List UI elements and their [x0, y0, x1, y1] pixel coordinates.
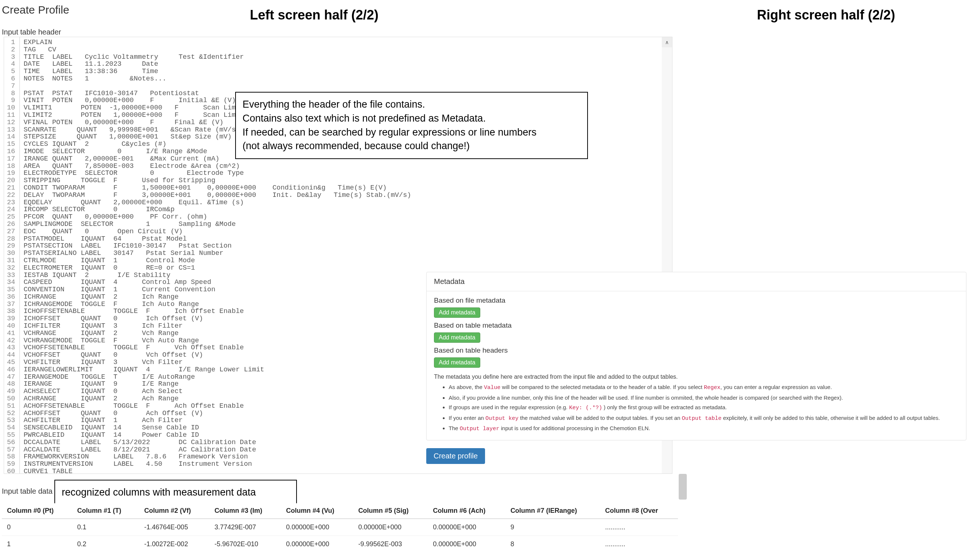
side-scrollbar-thumb[interactable] — [679, 474, 687, 500]
table-cell: 3.77429E-007 — [210, 519, 281, 536]
metadata-panel: Metadata Based on file metadata Add meta… — [426, 272, 966, 440]
input-data-table: Column #0 (Pt)Column #1 (T)Column #2 (Vf… — [2, 503, 678, 551]
meta-group-headers: Based on table headers — [434, 346, 959, 354]
table-cell: 0.1 — [72, 519, 139, 536]
list-item: If you enter an Output key the matched v… — [449, 414, 959, 423]
list-item: The Output layer input is used for addit… — [449, 424, 959, 433]
table-cell: 0.00000E+000 — [281, 519, 353, 536]
overlay-label-left: Left screen half (2/2) — [250, 7, 379, 23]
table-cell: 0.00000E+000 — [281, 536, 353, 551]
table-cell: -1.46764E-005 — [139, 519, 210, 536]
input-header-label: Input table header — [2, 28, 61, 37]
add-metadata-table-button[interactable]: Add metadata — [434, 332, 480, 343]
table-cell: 1 — [2, 536, 72, 551]
list-item: If groups are used in the regular expres… — [449, 403, 959, 413]
table-cell: 9 — [505, 519, 600, 536]
metadata-panel-title: Metadata — [426, 272, 966, 291]
table-cell: -9.99562E-003 — [353, 536, 428, 551]
table-cell: 8 — [505, 536, 600, 551]
table-row: 00.1-1.46764E-0053.77429E-0070.00000E+00… — [2, 519, 678, 536]
table-cell: -1.00272E-002 — [139, 536, 210, 551]
table-header[interactable]: Column #8 (Over — [600, 503, 678, 519]
input-table-data-label: Input table data — [2, 487, 52, 495]
table-header[interactable]: Column #7 (IERange) — [505, 503, 600, 519]
list-item: Also, if you provide a line number, only… — [449, 394, 959, 402]
table-cell: 0.2 — [72, 536, 139, 551]
table-header[interactable]: Column #2 (Vf) — [139, 503, 210, 519]
table-header[interactable]: Column #4 (Vu) — [281, 503, 353, 519]
table-row: 10.2-1.00272E-002-5.96702E-0100.00000E+0… — [2, 536, 678, 551]
table-cell: 0 — [2, 519, 72, 536]
page-title: Create Profile — [2, 4, 69, 16]
meta-group-table: Based on table metadata — [434, 321, 959, 330]
table-cell: ........... — [600, 536, 678, 551]
table-cell: 0.00000E+000 — [353, 519, 428, 536]
table-cell: 0.00000E+000 — [428, 536, 505, 551]
table-cell: -5.96702E-010 — [210, 536, 281, 551]
create-profile-button[interactable]: Create profile — [426, 448, 485, 464]
annotation-columns: recognized columns with measurement data — [54, 480, 297, 505]
table-cell: ........... — [600, 519, 678, 536]
add-metadata-headers-button[interactable]: Add metadata — [434, 357, 480, 368]
overlay-label-right: Right screen half (2/2) — [757, 7, 895, 23]
metadata-description: The metadata you define here are extract… — [434, 373, 959, 380]
metadata-help-list: As above, the Value will be compared to … — [434, 383, 959, 433]
table-header[interactable]: Column #5 (Sig) — [353, 503, 428, 519]
table-cell: 0.00000E+000 — [428, 519, 505, 536]
add-metadata-file-button[interactable]: Add metadata — [434, 308, 480, 318]
table-header[interactable]: Column #0 (Pt) — [2, 503, 72, 519]
table-header[interactable]: Column #1 (T) — [72, 503, 139, 519]
scroll-up-icon[interactable]: ∧ — [662, 37, 672, 48]
line-numbers: 1 2 3 4 5 6 7 8 9 10 11 12 13 14 15 16 1… — [4, 37, 20, 474]
list-item: As above, the Value will be compared to … — [449, 383, 959, 392]
annotation-header-info: Everything the header of the file contai… — [235, 92, 588, 159]
table-header[interactable]: Column #3 (Im) — [210, 503, 281, 519]
meta-group-file: Based on file metadata — [434, 297, 959, 305]
table-header[interactable]: Column #6 (Ach) — [428, 503, 505, 519]
